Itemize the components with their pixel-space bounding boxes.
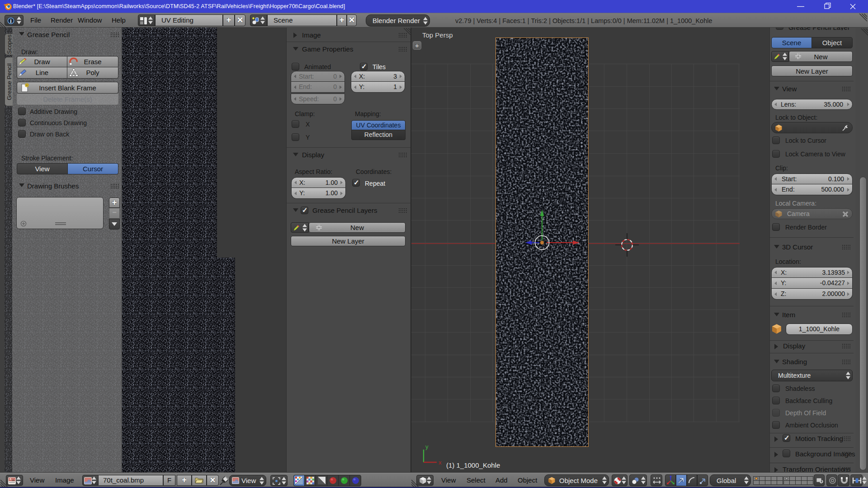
svg-text:i: i xyxy=(10,18,11,24)
svg-text:x: x xyxy=(439,459,442,466)
svg-text:y: y xyxy=(425,443,429,450)
